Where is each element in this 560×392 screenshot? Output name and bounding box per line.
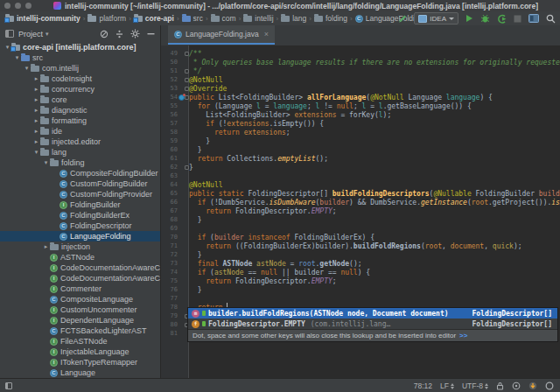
completion-hint-link[interactable]: >>: [459, 332, 467, 340]
breadcrumb-item[interactable]: com: [211, 14, 236, 23]
run-configuration-selector[interactable]: IDEA: [414, 12, 458, 24]
editor-tab-label: LanguageFolding.java: [186, 30, 259, 38]
project-tree-item[interactable]: IASTNode: [0, 252, 161, 262]
tree-expanded-icon[interactable]: ▾: [42, 159, 50, 166]
completion-item[interactable]: fFoldingDescriptor.EMPTY(com.intellij.la…: [188, 318, 557, 329]
tree-expanded-icon[interactable]: ▾: [13, 54, 21, 61]
project-tree-item[interactable]: CFCTSBackedLighterAST: [0, 326, 161, 336]
minimize-window-icon[interactable]: [15, 3, 21, 9]
caret-position[interactable]: 78:12: [414, 382, 432, 390]
code-line: 64@NotNull: [161, 180, 560, 189]
breadcrumb-item[interactable]: folding: [314, 14, 347, 23]
line-separator-selector[interactable]: LF: [440, 382, 454, 390]
inspections-icon[interactable]: [512, 382, 521, 390]
fold-marker-icon[interactable]: [185, 87, 189, 91]
project-tree-item[interactable]: IFileASTNode: [0, 336, 161, 346]
project-tree-item[interactable]: IDependentLanguage: [0, 315, 161, 326]
fold-column: [178, 136, 189, 145]
editor-tab[interactable]: C LanguageFolding.java ×: [168, 25, 275, 45]
breadcrumb-item[interactable]: intellij-community: [5, 14, 80, 23]
hide-icon[interactable]: [147, 30, 155, 38]
project-tree-item[interactable]: CLanguage: [0, 368, 161, 378]
overrides-icon[interactable]: [178, 94, 185, 101]
interface-icon: I: [50, 359, 58, 367]
project-tree-item[interactable]: ▸formatting: [0, 116, 161, 126]
project-tree-item[interactable]: CCustomFoldingProvider: [0, 189, 161, 200]
tree-item-label: ITokenTypeRemapper: [60, 358, 137, 367]
debug-icon[interactable]: [480, 14, 490, 24]
chevron-down-icon[interactable]: ▾: [46, 31, 49, 38]
project-tree-item[interactable]: CLanguageFolding: [0, 231, 161, 242]
fold-marker-icon[interactable]: [185, 69, 189, 74]
project-tree-item[interactable]: ▸core: [0, 94, 161, 105]
project-tree-item[interactable]: ▸ide: [0, 126, 161, 136]
project-tree-item[interactable]: ▾lang: [0, 147, 161, 158]
project-tree-item[interactable]: ▾com.intellij: [0, 63, 161, 74]
code-line: 51 */: [161, 66, 560, 75]
stop-icon[interactable]: [514, 15, 522, 23]
project-tree-item[interactable]: CFoldingBuilderEx: [0, 210, 161, 220]
breadcrumb-item[interactable]: intellij: [243, 14, 273, 23]
encoding-selector[interactable]: UTF-8: [462, 382, 488, 390]
close-icon[interactable]: ×: [264, 30, 269, 38]
project-tree-item[interactable]: ▾core-api [intellij.platform.core]: [0, 42, 161, 52]
project-tree-item[interactable]: ▸injected.editor: [0, 136, 161, 147]
zoom-window-icon[interactable]: [25, 3, 32, 9]
project-tree-item[interactable]: ICommenter: [0, 284, 161, 294]
project-tree-item[interactable]: CFoldingDescriptor: [0, 220, 161, 231]
lock-icon[interactable]: [496, 382, 504, 390]
tree-expanded-icon[interactable]: ▾: [32, 149, 40, 156]
coverage-icon[interactable]: [497, 14, 507, 24]
run-icon[interactable]: [466, 14, 473, 23]
tool-window-icon[interactable]: [528, 14, 539, 23]
project-tree-item[interactable]: CCompositeFoldingBuilder: [0, 168, 161, 178]
fold-marker-icon[interactable]: [185, 78, 189, 82]
project-tree-item[interactable]: ▸concurrency: [0, 84, 161, 94]
project-tree-item[interactable]: IInjectableLanguage: [0, 346, 161, 357]
project-tree-item[interactable]: ▾src: [0, 52, 161, 63]
breadcrumb-item[interactable]: lang: [281, 14, 306, 23]
search-icon[interactable]: [546, 14, 556, 24]
settings-icon[interactable]: [130, 29, 140, 38]
project-tree-item[interactable]: CCustomFoldingBuilder: [0, 178, 161, 189]
tree-collapsed-icon[interactable]: ▸: [32, 117, 40, 124]
tree-expanded-icon[interactable]: ▾: [23, 65, 31, 72]
tree-collapsed-icon[interactable]: ▸: [32, 128, 40, 135]
pencil-icon[interactable]: [397, 14, 407, 24]
tree-item-label: codeInsight: [52, 74, 92, 83]
project-tree-item[interactable]: CCompositeLanguage: [0, 294, 161, 304]
fold-marker-icon[interactable]: [185, 52, 189, 56]
source-folder-icon: [182, 16, 191, 22]
breadcrumb-item[interactable]: core-api: [134, 14, 174, 23]
project-tree-item[interactable]: IFoldingBuilder: [0, 200, 161, 210]
project-panel-title[interactable]: Project: [18, 30, 43, 38]
tree-collapsed-icon[interactable]: ▸: [32, 107, 40, 114]
breadcrumb-item[interactable]: src: [182, 14, 203, 23]
project-tree-item[interactable]: ▾folding: [0, 158, 161, 168]
close-window-icon[interactable]: [4, 3, 10, 9]
package-icon: [31, 66, 39, 72]
project-toolwindow-icon: [5, 30, 14, 38]
fold-column: [178, 242, 189, 250]
tree-collapsed-icon[interactable]: ▸: [42, 243, 50, 250]
tree-collapsed-icon[interactable]: ▸: [32, 96, 40, 103]
tree-collapsed-icon[interactable]: ▸: [32, 138, 40, 145]
toolwindow-switcher-icon[interactable]: [5, 382, 12, 389]
notifications-icon[interactable]: [545, 382, 554, 390]
project-tree-item[interactable]: ▸injection: [0, 242, 161, 252]
fold-marker-icon[interactable]: [185, 165, 189, 170]
breadcrumb-item[interactable]: platform: [88, 14, 126, 23]
collapse-all-icon[interactable]: [116, 30, 123, 38]
update-icon[interactable]: [528, 382, 537, 390]
project-tree-item[interactable]: ▸codeInsight: [0, 74, 161, 84]
project-tree-item[interactable]: ICodeDocumentationAwareCommenterEx: [0, 273, 161, 284]
project-tree-item[interactable]: IITokenTypeRemapper: [0, 357, 161, 368]
project-tree-item[interactable]: ICodeDocumentationAwareCommenter: [0, 262, 161, 273]
tree-collapsed-icon[interactable]: ▸: [32, 86, 40, 93]
completion-hint-text: Dot, space and some other keys will also…: [192, 332, 456, 340]
locate-icon[interactable]: [100, 30, 108, 38]
project-tree-item[interactable]: ▸diagnostic: [0, 105, 161, 116]
tree-collapsed-icon[interactable]: ▸: [32, 75, 40, 82]
project-tree-item[interactable]: ICustomUncommenter: [0, 304, 161, 315]
completion-item[interactable]: mbuilder.buildFoldRegions(ASTNode node, …: [188, 308, 557, 318]
